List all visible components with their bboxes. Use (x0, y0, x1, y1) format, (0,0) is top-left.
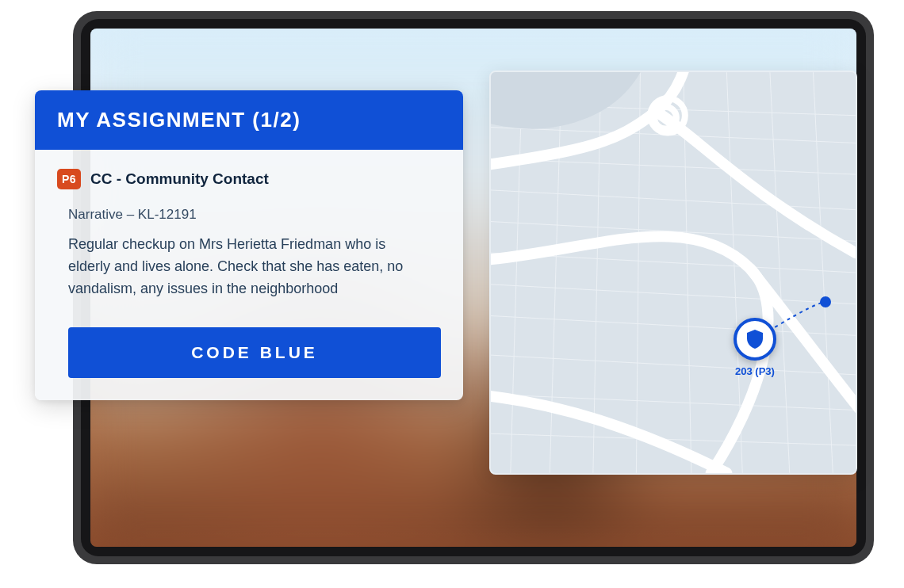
code-blue-button[interactable]: CODE BLUE (68, 327, 441, 378)
priority-badge: P6 (57, 169, 81, 189)
unit-marker-circle (734, 318, 776, 361)
shield-icon (745, 329, 764, 349)
narrative-id-label: Narrative – KL-12191 (68, 207, 441, 223)
assignment-card: MY ASSIGNMENT (1/2) P6 CC - Community Co… (35, 90, 463, 400)
map-canvas (491, 72, 856, 473)
map-unit-marker[interactable]: 203 (P3) (734, 318, 776, 377)
map-destination-dot (820, 296, 831, 307)
assignment-header: MY ASSIGNMENT (1/2) (35, 90, 463, 150)
narrative-text: Regular checkup on Mrs Herietta Friedman… (68, 234, 417, 300)
unit-marker-label: 203 (P3) (734, 365, 776, 377)
incident-row: P6 CC - Community Contact (57, 169, 441, 189)
assignment-body: P6 CC - Community Contact Narrative – KL… (35, 150, 463, 400)
incident-type-label: CC - Community Contact (90, 170, 269, 188)
map-panel[interactable]: 203 (P3) (489, 71, 857, 475)
